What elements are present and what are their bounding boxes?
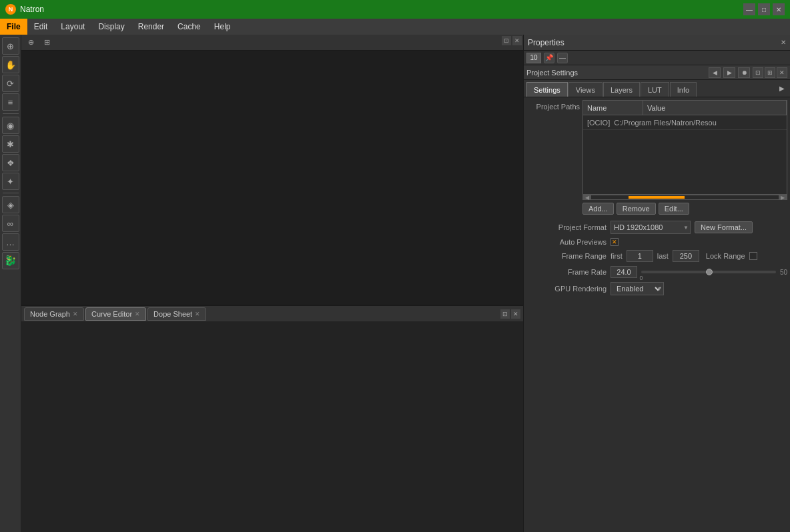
- project-paths-section: Project Paths Name Value [OCIO] C:/Progr…: [526, 100, 787, 215]
- paths-scrollbar[interactable]: ◀ ▶: [582, 195, 787, 200]
- bottom-close-button[interactable]: ✕: [511, 309, 520, 319]
- frame-first-input[interactable]: [627, 250, 653, 262]
- tab-layers[interactable]: Layers: [603, 82, 640, 97]
- paths-scroll-right-button[interactable]: ▶: [779, 195, 787, 199]
- frame-rate-row: Frame Rate 0 50: [526, 264, 787, 280]
- paths-scroll-track[interactable]: [591, 195, 779, 199]
- tool-select[interactable]: ⊕: [2, 37, 19, 55]
- menu-help[interactable]: Help: [208, 19, 238, 35]
- viewer-tool-icon-2[interactable]: ⊞: [40, 36, 53, 49]
- frame-rate-controls: 0 50: [611, 266, 787, 278]
- tool-diamond[interactable]: ❖: [2, 154, 19, 171]
- menu-layout[interactable]: Layout: [54, 19, 91, 35]
- frame-last-label: last: [657, 252, 669, 260]
- tool-layers[interactable]: ≡: [2, 93, 19, 111]
- paths-scroll-left-button[interactable]: ◀: [583, 195, 591, 199]
- tool-pan[interactable]: ✋: [2, 56, 19, 73]
- project-settings-title: Project Settings: [526, 69, 706, 77]
- menu-render[interactable]: Render: [131, 19, 171, 35]
- viewer-corner-controls: ⊡ ✕: [502, 36, 522, 45]
- ps-expand-button[interactable]: ⊞: [765, 67, 775, 78]
- project-format-row: Project Format HD 1920x1080 4K 3840x2160…: [526, 219, 787, 236]
- titlebar: N Natron — □ ✕: [0, 0, 790, 19]
- left-toolbar: ⊕ ✋ ⟳ ≡ ◉ ✱ ❖ ✦ ◈ ∞ … 🐉: [0, 35, 21, 532]
- bottom-float-button[interactable]: ⊡: [500, 309, 510, 319]
- frame-rate-slider[interactable]: 0: [641, 271, 776, 273]
- properties-minimize-button[interactable]: —: [557, 53, 568, 63]
- center-area: ⊕ ⊞ ⊡ ✕ Node Graph ✕ Curve Editor ✕: [21, 35, 523, 532]
- bottom-panels: Node Graph ✕ Curve Editor ✕ Dope Sheet ✕…: [21, 305, 523, 532]
- settings-tab-more-icon[interactable]: ▶: [777, 85, 787, 92]
- frame-rate-input[interactable]: [611, 266, 637, 278]
- tool-more[interactable]: …: [2, 233, 19, 251]
- menu-edit[interactable]: Edit: [27, 19, 55, 35]
- tab-node-graph[interactable]: Node Graph ✕: [24, 307, 84, 321]
- nav-prev-button[interactable]: ◀: [709, 67, 721, 78]
- properties-close-icon[interactable]: ✕: [781, 39, 786, 46]
- new-format-button[interactable]: New Format...: [695, 221, 753, 233]
- ps-close-button[interactable]: ✕: [777, 67, 787, 78]
- tab-curve-editor[interactable]: Curve Editor ✕: [85, 307, 146, 321]
- paths-table-body[interactable]: [OCIO] C:/Program Files/Natron/Resou: [582, 115, 787, 195]
- toolbar-separator-2: [3, 193, 19, 193]
- tool-dragon[interactable]: 🐉: [2, 252, 19, 269]
- main-area: ⊕ ✋ ⟳ ≡ ◉ ✱ ❖ ✦ ◈ ∞ … 🐉 ⊕ ⊞ ⊡ ✕: [0, 35, 790, 532]
- tool-cross[interactable]: ✦: [2, 173, 19, 190]
- auto-previews-row: Auto Previews ✕: [526, 236, 787, 248]
- gpu-rendering-select[interactable]: Enabled Disabled: [611, 282, 664, 295]
- slider-end-label: 50: [780, 269, 787, 276]
- tool-star[interactable]: ✱: [2, 135, 19, 153]
- properties-panel-header: Properties ✕: [524, 35, 790, 51]
- properties-pin-button[interactable]: 📌: [544, 53, 554, 63]
- viewer-canvas: [21, 51, 523, 305]
- settings-tabs: Settings Views Layers LUT Info ▶: [524, 80, 790, 97]
- tab-curve-editor-close[interactable]: ✕: [135, 311, 140, 317]
- tab-dope-sheet-close[interactable]: ✕: [195, 311, 200, 317]
- tab-settings[interactable]: Settings: [526, 82, 568, 97]
- auto-previews-label: Auto Previews: [526, 238, 607, 246]
- tab-node-graph-close[interactable]: ✕: [73, 311, 78, 317]
- viewer-float-button[interactable]: ⊡: [502, 36, 511, 45]
- maximize-button[interactable]: □: [758, 3, 770, 15]
- project-format-label: Project Format: [526, 223, 607, 231]
- viewer-pane: ⊕ ⊞ ⊡ ✕: [21, 35, 523, 305]
- menu-file[interactable]: File: [0, 19, 27, 35]
- bottom-corner-controls: ⊡ ✕: [500, 309, 520, 319]
- menu-cache[interactable]: Cache: [171, 19, 208, 35]
- tab-lut[interactable]: LUT: [641, 82, 669, 97]
- ps-float-button[interactable]: ⊡: [753, 67, 763, 78]
- tool-circle[interactable]: ◉: [2, 117, 19, 134]
- minimize-button[interactable]: —: [743, 3, 755, 15]
- project-format-select[interactable]: HD 1920x1080 4K 3840x2160 SD 720x576 Cus…: [611, 221, 691, 234]
- frame-rate-slider-thumb[interactable]: [706, 269, 713, 275]
- titlebar-controls: — □ ✕: [743, 3, 785, 15]
- tab-views[interactable]: Views: [568, 82, 603, 97]
- tab-dope-sheet[interactable]: Dope Sheet ✕: [147, 307, 206, 321]
- edit-path-button[interactable]: Edit...: [659, 203, 689, 215]
- remove-path-button[interactable]: Remove: [617, 203, 656, 215]
- nav-next-button[interactable]: ▶: [723, 67, 735, 78]
- nav-history-button[interactable]: ⏺: [738, 67, 750, 78]
- tool-lens[interactable]: ◈: [2, 196, 19, 213]
- bottom-tabbar: Node Graph ✕ Curve Editor ✕ Dope Sheet ✕…: [21, 305, 523, 321]
- tab-info[interactable]: Info: [670, 82, 697, 97]
- viewer-close-button[interactable]: ✕: [512, 36, 522, 45]
- add-path-button[interactable]: Add...: [582, 203, 614, 215]
- properties-count: 10: [526, 53, 541, 63]
- menu-display[interactable]: Display: [91, 19, 131, 35]
- paths-scroll-thumb[interactable]: [629, 196, 685, 199]
- close-button[interactable]: ✕: [773, 3, 785, 15]
- tool-infinity[interactable]: ∞: [2, 215, 19, 232]
- project-settings-bar: Project Settings ◀ ▶ ⏺ ⊡ ⊞ ✕: [524, 65, 790, 80]
- properties-controls: 10 📌 —: [524, 51, 790, 65]
- tool-rotate[interactable]: ⟳: [2, 75, 19, 92]
- titlebar-left: N Natron: [5, 4, 44, 15]
- paths-row-ocio[interactable]: [OCIO] C:/Program Files/Natron/Resou: [583, 115, 787, 130]
- viewer-toolbar: ⊕ ⊞ ⊡ ✕: [21, 35, 523, 51]
- lock-range-checkbox[interactable]: [749, 252, 757, 260]
- auto-previews-checkbox[interactable]: ✕: [611, 238, 619, 246]
- frame-last-input[interactable]: [673, 250, 699, 262]
- right-panel: Properties ✕ 10 📌 — Project Settings ◀ ▶…: [523, 35, 790, 532]
- viewer-tool-icon-1[interactable]: ⊕: [24, 36, 37, 49]
- paths-buttons: Add... Remove Edit...: [582, 203, 787, 215]
